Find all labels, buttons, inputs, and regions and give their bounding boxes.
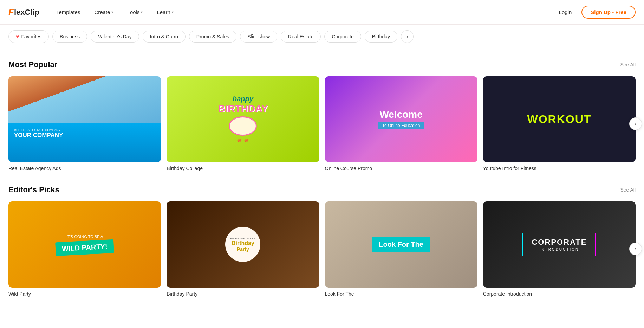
birthday-oval <box>229 116 257 136</box>
template-real-estate[interactable]: Best Real Estate Company YOUR COMPANY Re… <box>8 76 161 171</box>
template-label-look-for: Look For The <box>325 291 477 297</box>
template-label-wild-party: Wild Party <box>8 291 161 297</box>
template-thumb-corporate: CORPORATE INTRODUCTION <box>483 201 636 287</box>
header: F lexClip Templates Create ▾ Tools ▾ Lea… <box>0 0 644 25</box>
template-thumb-look-for: Look For The <box>325 201 477 287</box>
logo-text: lexClip <box>14 8 39 17</box>
category-intro-outro[interactable]: Intro & Outro <box>143 31 186 43</box>
logo[interactable]: F lexClip <box>8 7 39 18</box>
template-bday-party[interactable]: Please Join Us for a Birthday Party Birt… <box>167 201 319 296</box>
most-popular-see-all[interactable]: See All <box>620 62 636 67</box>
template-thumb-real-estate: Best Real Estate Company YOUR COMPANY <box>8 76 161 162</box>
section-header-picks: Editor's Picks See All <box>8 185 636 194</box>
heart-icon: ♥ <box>16 33 19 40</box>
nav: Templates Create ▾ Tools ▾ Learn ▾ <box>51 6 553 18</box>
editors-picks-next-button[interactable]: › <box>629 243 642 255</box>
category-slideshow[interactable]: Slideshow <box>240 31 277 43</box>
template-thumb-bday-party: Please Join Us for a Birthday Party <box>167 201 319 287</box>
most-popular-row: Best Real Estate Company YOUR COMPANY Re… <box>8 76 636 171</box>
header-actions: Login Sign Up - Free <box>553 6 636 19</box>
template-label-corporate: Corporate Introduction <box>483 291 636 297</box>
section-header-popular: Most Popular See All <box>8 60 636 69</box>
nav-templates[interactable]: Templates <box>51 6 86 18</box>
template-wild-party[interactable]: IT'S GOING TO BE A WILD PARTY! Wild Part… <box>8 201 161 296</box>
category-favorites[interactable]: ♥ Favorites <box>8 30 49 43</box>
editors-picks-title: Editor's Picks <box>8 185 59 194</box>
editors-picks-section: Editor's Picks See All IT'S GOING TO BE … <box>8 185 636 296</box>
template-label-birthday: Birthday Collage <box>167 166 319 171</box>
nav-learn[interactable]: Learn ▾ <box>151 6 179 18</box>
template-corporate[interactable]: CORPORATE INTRODUCTION Corporate Introdu… <box>483 201 636 296</box>
category-valentines[interactable]: Valentine's Day <box>91 31 139 43</box>
nav-tools[interactable]: Tools ▾ <box>122 6 148 18</box>
category-bar: ♥ Favorites Business Valentine's Day Int… <box>0 25 644 49</box>
login-button[interactable]: Login <box>553 6 578 18</box>
template-label-online-course: Online Course Promo <box>325 166 477 171</box>
signup-button[interactable]: Sign Up - Free <box>581 6 636 19</box>
template-online-course[interactable]: Welcome To Online Education Online Cours… <box>325 76 477 171</box>
category-promo-sales[interactable]: Promo & Sales <box>189 31 236 43</box>
nav-create[interactable]: Create ▾ <box>89 6 119 18</box>
editors-picks-row: IT'S GOING TO BE A WILD PARTY! Wild Part… <box>8 201 636 296</box>
template-thumb-birthday: happy BIRTHDAY ❊ ❊ <box>167 76 319 162</box>
category-next-button[interactable]: › <box>401 30 414 43</box>
most-popular-title: Most Popular <box>8 60 57 69</box>
template-look-for[interactable]: Look For The Look For The <box>325 201 477 296</box>
category-real-estate[interactable]: Real Estate <box>281 31 321 43</box>
most-popular-next-button[interactable]: › <box>629 117 642 130</box>
chevron-down-icon: ▾ <box>172 10 174 14</box>
category-birthday[interactable]: Birthday <box>365 31 397 43</box>
chevron-down-icon: ▾ <box>111 10 113 14</box>
template-label-real-estate: Real Estate Agency Ads <box>8 166 161 171</box>
template-workout[interactable]: WORKOUT Youtube Intro for Fitness <box>483 76 636 171</box>
most-popular-section: Most Popular See All Best Real Estate Co… <box>8 60 636 171</box>
template-label-workout: Youtube Intro for Fitness <box>483 166 636 171</box>
editors-picks-see-all[interactable]: See All <box>620 187 636 193</box>
template-thumb-wild-party: IT'S GOING TO BE A WILD PARTY! <box>8 201 161 287</box>
category-corporate[interactable]: Corporate <box>324 31 361 43</box>
template-thumb-online-course: Welcome To Online Education <box>325 76 477 162</box>
template-birthday[interactable]: happy BIRTHDAY ❊ ❊ Birthday Collage <box>167 76 319 171</box>
template-thumb-workout: WORKOUT <box>483 76 636 162</box>
template-label-bday-party: Birthday Party <box>167 291 319 297</box>
chevron-down-icon: ▾ <box>141 10 143 14</box>
main-content: Most Popular See All Best Real Estate Co… <box>0 49 644 322</box>
category-business[interactable]: Business <box>52 31 87 43</box>
logo-f: F <box>8 7 14 18</box>
